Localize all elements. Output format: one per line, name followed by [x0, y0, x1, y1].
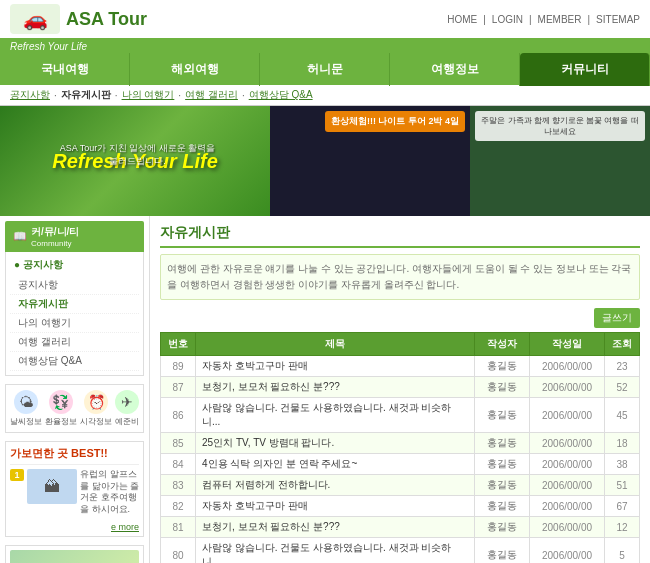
cell-author: 홍길동	[475, 356, 530, 377]
cell-views: 52	[605, 377, 640, 398]
cell-views: 23	[605, 356, 640, 377]
cell-date: 2006/00/00	[530, 454, 605, 475]
community-icon: 📖	[13, 230, 27, 243]
nav-separator3: |	[587, 14, 590, 25]
cell-num: 84	[161, 454, 196, 475]
logo-area: 🚗 ASA Tour	[10, 4, 147, 34]
content-area: 📖 커/뮤/니/티 Community ● 공지사항 공지사항 자유게시판 나의…	[0, 216, 650, 563]
main-nav: 국내여행 해외여행 허니문 여행정보 커뮤니티	[0, 53, 650, 85]
cell-num: 82	[161, 496, 196, 517]
separator2: ·	[115, 90, 118, 101]
board-table: 번호 제목 작성자 작성일 조회 89 자동차 호박고구마 판매 홍길동 200…	[160, 332, 640, 563]
nav-member[interactable]: MEMBER	[538, 14, 582, 25]
menu-gallery[interactable]: 여행 갤러리	[10, 333, 139, 352]
cell-author: 홍길동	[475, 517, 530, 538]
table-row: 89 자동차 호박고구마 판매 홍길동 2006/00/00 23	[161, 356, 640, 377]
nav-separator2: |	[529, 14, 532, 25]
cell-author: 홍길동	[475, 454, 530, 475]
best-badge: 1	[10, 469, 24, 481]
cell-num: 81	[161, 517, 196, 538]
cell-author: 홍길동	[475, 538, 530, 564]
banner-right: 주말은 가족과 함께 향기로운 봄꽃 여행을 떠나보세요	[470, 106, 650, 216]
cell-title[interactable]: 25인치 TV, TV 방렴대 팝니다.	[196, 433, 475, 454]
notice-label: ● 공지사항	[10, 256, 139, 274]
sub-nav-mytrip[interactable]: 나의 여행기	[122, 88, 175, 102]
cell-num: 85	[161, 433, 196, 454]
banner-center: 환상체험!!! 나이트 투어 2박 4일	[270, 106, 470, 216]
best-more-link[interactable]: e more	[111, 522, 139, 532]
plane-icon: ✈	[115, 390, 139, 414]
section-description: 여행에 관한 자유로운 얘기를 나눌 수 있는 공간입니다. 여행자들에게 도움…	[160, 254, 640, 300]
cell-title[interactable]: 4인용 식탁 의자인 분 연락 주세요~	[196, 454, 475, 475]
menu-qna[interactable]: 여행상담 Q&A	[10, 352, 139, 371]
cell-views: 67	[605, 496, 640, 517]
sub-nav: 공지사항 · 자유게시판 · 나의 여행기 · 여행 갤러리 · 여행상담 Q&…	[0, 85, 650, 106]
cell-author: 홍길동	[475, 377, 530, 398]
header-top-nav: HOME | LOGIN | MEMBER | SITEMAP	[447, 14, 640, 25]
menu-mytrip[interactable]: 나의 여행기	[10, 314, 139, 333]
cell-num: 86	[161, 398, 196, 433]
cell-views: 5	[605, 538, 640, 564]
cell-title[interactable]: 자동차 호박고구마 판매	[196, 496, 475, 517]
cell-views: 51	[605, 475, 640, 496]
cell-title[interactable]: 사람않 않습니다. 건물도 사용하였습니다. 새것과 비슷하니...	[196, 398, 475, 433]
sub-nav-freeboard[interactable]: 자유게시판	[61, 88, 111, 102]
weather-icon-button[interactable]: 🌤 날씨정보	[10, 390, 42, 427]
cell-views: 18	[605, 433, 640, 454]
cell-date: 2006/00/00	[530, 475, 605, 496]
nav-travel-info[interactable]: 여행정보	[390, 53, 520, 86]
logo-text[interactable]: ASA Tour	[66, 9, 147, 30]
cell-title[interactable]: 사람않 않습니다. 건물도 사용하였습니다. 새것과 비슷하니...	[196, 538, 475, 564]
table-row: 81 보청기, 보모처 필요하신 분??? 홍길동 2006/00/00 12	[161, 517, 640, 538]
logo-icon: 🚗	[10, 4, 60, 34]
section-title: 자유게시판	[160, 224, 640, 248]
write-button[interactable]: 글쓰기	[594, 308, 640, 328]
best-item: 1 🏔 유럽의 알프스를 닮아가는 즐거운 호주여행을 하시어요.	[10, 469, 139, 516]
cell-title[interactable]: 컴퓨터 저렴하게 전하합니다.	[196, 475, 475, 496]
nav-separator1: |	[483, 14, 486, 25]
sub-nav-qna[interactable]: 여행상담 Q&A	[249, 88, 313, 102]
sub-nav-gallery[interactable]: 여행 갤러리	[185, 88, 238, 102]
cell-date: 2006/00/00	[530, 398, 605, 433]
exchange-icon-button[interactable]: 💱 환율정보	[45, 390, 77, 427]
table-row: 80 사람않 않습니다. 건물도 사용하였습니다. 새것과 비슷하니... 홍길…	[161, 538, 640, 564]
table-row: 82 자동차 호박고구마 판매 홍길동 2006/00/00 67	[161, 496, 640, 517]
cell-author: 홍길동	[475, 496, 530, 517]
plane-label: 예준비	[115, 416, 139, 427]
menu-freeboard[interactable]: 자유게시판	[10, 295, 139, 314]
cell-title[interactable]: 자동차 호박고구마 판매	[196, 356, 475, 377]
nav-sitemap[interactable]: SITEMAP	[596, 14, 640, 25]
banner-subtitle: ASA Tour가 지친 일상에 새로운 활력을 불러드립니다.	[57, 142, 218, 168]
separator3: ·	[178, 90, 181, 101]
cell-date: 2006/00/00	[530, 433, 605, 454]
exchange-icon: 💱	[49, 390, 73, 414]
table-row: 83 컴퓨터 저렴하게 전하합니다. 홍길동 2006/00/00 51	[161, 475, 640, 496]
community-label: 커/뮤/니/티 Community	[31, 225, 79, 248]
cell-author: 홍길동	[475, 433, 530, 454]
cell-num: 80	[161, 538, 196, 564]
banner-center-text: 환상체험!!! 나이트 투어 2박 4일	[331, 116, 459, 126]
cell-date: 2006/00/00	[530, 517, 605, 538]
promo-thumbnail: 🌸	[10, 550, 139, 563]
clock-icon-button[interactable]: ⏰ 시각정보	[80, 390, 112, 427]
menu-notice[interactable]: 공지사항	[10, 276, 139, 295]
best-title: 가보면한 곳 BEST!!	[10, 446, 139, 465]
col-date: 작성일	[530, 333, 605, 356]
cell-author: 홍길동	[475, 398, 530, 433]
nav-overseas[interactable]: 해외여행	[130, 53, 260, 86]
banner-area: Refresh Your Life ASA Tour가 지친 일상에 새로운 활…	[0, 106, 650, 216]
nav-honeymoon[interactable]: 허니문	[260, 53, 390, 86]
nav-login[interactable]: LOGIN	[492, 14, 523, 25]
exchange-label: 환율정보	[45, 416, 77, 427]
sub-nav-notice[interactable]: 공지사항	[10, 88, 50, 102]
nav-home[interactable]: HOME	[447, 14, 477, 25]
cell-title[interactable]: 보청기, 보모처 필요하신 분???	[196, 517, 475, 538]
cell-views: 38	[605, 454, 640, 475]
table-row: 86 사람않 않습니다. 건물도 사용하였습니다. 새것과 비슷하니... 홍길…	[161, 398, 640, 433]
plane-icon-button[interactable]: ✈ 예준비	[115, 390, 139, 427]
nav-community[interactable]: 커뮤니티	[520, 53, 650, 86]
cell-title[interactable]: 보청기, 보모처 필요하신 분???	[196, 377, 475, 398]
banner-left: Refresh Your Life ASA Tour가 지친 일상에 새로운 활…	[0, 106, 270, 216]
nav-domestic[interactable]: 국내여행	[0, 53, 130, 86]
cell-num: 87	[161, 377, 196, 398]
